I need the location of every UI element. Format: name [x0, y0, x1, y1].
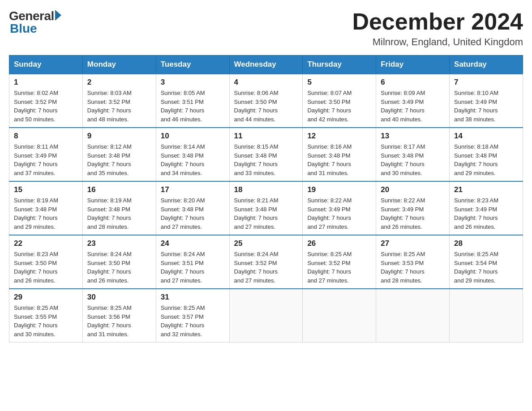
day-number: 25 [234, 239, 298, 248]
logo-blue-text: Blue [9, 21, 37, 36]
calendar-cell: 29Sunrise: 8:25 AMSunset: 3:55 PMDayligh… [9, 289, 83, 342]
calendar-cell: 3Sunrise: 8:05 AMSunset: 3:51 PMDaylight… [156, 74, 229, 128]
calendar-cell: 19Sunrise: 8:22 AMSunset: 3:49 PMDayligh… [303, 181, 376, 235]
day-number: 20 [381, 185, 445, 194]
calendar-cell: 5Sunrise: 8:07 AMSunset: 3:50 PMDaylight… [303, 74, 376, 128]
calendar-cell: 23Sunrise: 8:24 AMSunset: 3:50 PMDayligh… [82, 235, 156, 289]
calendar-cell: 1Sunrise: 8:02 AMSunset: 3:52 PMDaylight… [9, 74, 83, 128]
day-info: Sunrise: 8:21 AMSunset: 3:48 PMDaylight:… [234, 196, 298, 231]
day-info: Sunrise: 8:18 AMSunset: 3:48 PMDaylight:… [454, 142, 518, 177]
calendar-cell: 28Sunrise: 8:25 AMSunset: 3:54 PMDayligh… [450, 235, 523, 289]
day-number: 22 [14, 239, 78, 248]
day-number: 23 [87, 239, 151, 248]
day-info: Sunrise: 8:24 AMSunset: 3:50 PMDaylight:… [87, 250, 151, 285]
day-number: 9 [87, 132, 151, 141]
month-title: December 2024 [352, 9, 523, 34]
calendar-week-1: 1Sunrise: 8:02 AMSunset: 3:52 PMDaylight… [9, 74, 523, 128]
calendar-cell: 16Sunrise: 8:19 AMSunset: 3:48 PMDayligh… [82, 181, 156, 235]
calendar-week-3: 15Sunrise: 8:19 AMSunset: 3:48 PMDayligh… [9, 181, 523, 235]
day-info: Sunrise: 8:17 AMSunset: 3:48 PMDaylight:… [381, 142, 445, 177]
calendar-cell: 7Sunrise: 8:10 AMSunset: 3:49 PMDaylight… [450, 74, 523, 128]
calendar-cell: 30Sunrise: 8:25 AMSunset: 3:56 PMDayligh… [82, 289, 156, 342]
day-number: 10 [161, 132, 225, 141]
calendar-cell: 6Sunrise: 8:09 AMSunset: 3:49 PMDaylight… [376, 74, 450, 128]
day-number: 26 [307, 239, 371, 248]
calendar-week-4: 22Sunrise: 8:23 AMSunset: 3:50 PMDayligh… [9, 235, 523, 289]
calendar-cell: 21Sunrise: 8:23 AMSunset: 3:49 PMDayligh… [450, 181, 523, 235]
day-info: Sunrise: 8:10 AMSunset: 3:49 PMDaylight:… [454, 89, 518, 124]
day-number: 6 [381, 78, 445, 87]
weekday-header-monday: Monday [82, 56, 156, 74]
day-number: 5 [307, 78, 371, 87]
weekday-header-friday: Friday [376, 56, 450, 74]
weekday-header-row: SundayMondayTuesdayWednesdayThursdayFrid… [9, 56, 523, 74]
day-number: 8 [14, 132, 78, 141]
calendar-header: SundayMondayTuesdayWednesdayThursdayFrid… [9, 56, 523, 74]
calendar-cell: 9Sunrise: 8:12 AMSunset: 3:48 PMDaylight… [82, 128, 156, 181]
day-number: 3 [161, 78, 225, 87]
day-info: Sunrise: 8:24 AMSunset: 3:52 PMDaylight:… [234, 250, 298, 285]
calendar-cell [229, 289, 303, 342]
calendar-cell: 4Sunrise: 8:06 AMSunset: 3:50 PMDaylight… [229, 74, 303, 128]
weekday-header-tuesday: Tuesday [156, 56, 229, 74]
calendar-body: 1Sunrise: 8:02 AMSunset: 3:52 PMDaylight… [9, 74, 523, 342]
day-number: 13 [381, 132, 445, 141]
calendar-cell: 12Sunrise: 8:16 AMSunset: 3:48 PMDayligh… [303, 128, 376, 181]
day-number: 19 [307, 185, 371, 194]
calendar-cell: 13Sunrise: 8:17 AMSunset: 3:48 PMDayligh… [376, 128, 450, 181]
title-block: December 2024 Milnrow, England, United K… [352, 9, 523, 48]
calendar-cell: 17Sunrise: 8:20 AMSunset: 3:48 PMDayligh… [156, 181, 229, 235]
day-info: Sunrise: 8:09 AMSunset: 3:49 PMDaylight:… [381, 89, 445, 124]
page-header: General Blue December 2024 Milnrow, Engl… [9, 9, 523, 48]
day-info: Sunrise: 8:05 AMSunset: 3:51 PMDaylight:… [161, 89, 225, 124]
day-number: 27 [381, 239, 445, 248]
calendar-cell: 24Sunrise: 8:24 AMSunset: 3:51 PMDayligh… [156, 235, 229, 289]
calendar-cell: 10Sunrise: 8:14 AMSunset: 3:48 PMDayligh… [156, 128, 229, 181]
day-number: 18 [234, 185, 298, 194]
calendar-cell: 2Sunrise: 8:03 AMSunset: 3:52 PMDaylight… [82, 74, 156, 128]
day-number: 28 [454, 239, 518, 248]
day-info: Sunrise: 8:25 AMSunset: 3:57 PMDaylight:… [161, 304, 225, 338]
weekday-header-saturday: Saturday [450, 56, 523, 74]
calendar-cell: 22Sunrise: 8:23 AMSunset: 3:50 PMDayligh… [9, 235, 83, 289]
day-number: 7 [454, 78, 518, 87]
day-info: Sunrise: 8:19 AMSunset: 3:48 PMDaylight:… [87, 196, 151, 231]
weekday-header-thursday: Thursday [303, 56, 376, 74]
calendar-week-5: 29Sunrise: 8:25 AMSunset: 3:55 PMDayligh… [9, 289, 523, 342]
day-info: Sunrise: 8:16 AMSunset: 3:48 PMDaylight:… [307, 142, 371, 177]
day-info: Sunrise: 8:24 AMSunset: 3:51 PMDaylight:… [161, 250, 225, 285]
day-info: Sunrise: 8:25 AMSunset: 3:52 PMDaylight:… [307, 250, 371, 285]
day-info: Sunrise: 8:06 AMSunset: 3:50 PMDaylight:… [234, 89, 298, 124]
calendar-cell [450, 289, 523, 342]
location-text: Milnrow, England, United Kingdom [352, 36, 523, 48]
day-info: Sunrise: 8:11 AMSunset: 3:49 PMDaylight:… [14, 142, 78, 177]
weekday-header-sunday: Sunday [9, 56, 83, 74]
day-info: Sunrise: 8:22 AMSunset: 3:49 PMDaylight:… [381, 196, 445, 231]
day-number: 2 [87, 78, 151, 87]
day-info: Sunrise: 8:19 AMSunset: 3:48 PMDaylight:… [14, 196, 78, 231]
day-info: Sunrise: 8:25 AMSunset: 3:56 PMDaylight:… [87, 304, 151, 338]
calendar-cell: 27Sunrise: 8:25 AMSunset: 3:53 PMDayligh… [376, 235, 450, 289]
day-info: Sunrise: 8:25 AMSunset: 3:53 PMDaylight:… [381, 250, 445, 285]
day-info: Sunrise: 8:07 AMSunset: 3:50 PMDaylight:… [307, 89, 371, 124]
calendar-cell: 25Sunrise: 8:24 AMSunset: 3:52 PMDayligh… [229, 235, 303, 289]
day-info: Sunrise: 8:12 AMSunset: 3:48 PMDaylight:… [87, 142, 151, 177]
day-info: Sunrise: 8:14 AMSunset: 3:48 PMDaylight:… [161, 142, 225, 177]
calendar-week-2: 8Sunrise: 8:11 AMSunset: 3:49 PMDaylight… [9, 128, 523, 181]
day-number: 15 [14, 185, 78, 194]
day-number: 1 [14, 78, 78, 87]
calendar-cell: 15Sunrise: 8:19 AMSunset: 3:48 PMDayligh… [9, 181, 83, 235]
calendar-cell: 26Sunrise: 8:25 AMSunset: 3:52 PMDayligh… [303, 235, 376, 289]
day-info: Sunrise: 8:25 AMSunset: 3:55 PMDaylight:… [14, 304, 78, 338]
day-number: 24 [161, 239, 225, 248]
day-info: Sunrise: 8:20 AMSunset: 3:48 PMDaylight:… [161, 196, 225, 231]
day-info: Sunrise: 8:23 AMSunset: 3:50 PMDaylight:… [14, 250, 78, 285]
weekday-header-wednesday: Wednesday [229, 56, 303, 74]
day-number: 30 [87, 293, 151, 302]
day-number: 17 [161, 185, 225, 194]
calendar-cell: 8Sunrise: 8:11 AMSunset: 3:49 PMDaylight… [9, 128, 83, 181]
logo-arrow-icon [55, 10, 61, 21]
day-number: 4 [234, 78, 298, 87]
calendar-cell [376, 289, 450, 342]
day-info: Sunrise: 8:15 AMSunset: 3:48 PMDaylight:… [234, 142, 298, 177]
